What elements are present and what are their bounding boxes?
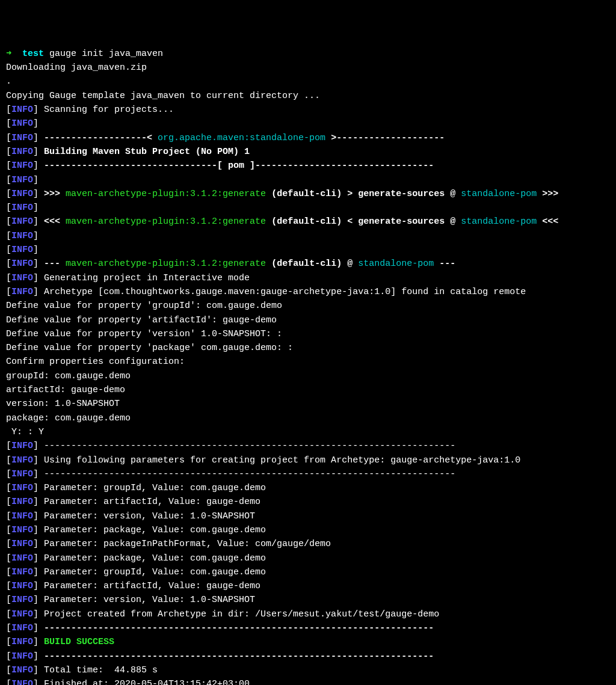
output-line: Confirm properties configuration:: [6, 357, 185, 367]
output-line: package: com.gauge.demo: [6, 413, 131, 423]
info-line: [INFO] Parameter: groupId, Value: com.ga…: [6, 483, 266, 493]
info-line: [INFO] Parameter: version, Value: 1.0-SN…: [6, 511, 255, 521]
info-line: [INFO] Parameter: package, Value: com.ga…: [6, 525, 266, 535]
info-line: [INFO]: [6, 203, 38, 213]
info-line: [INFO] <<< maven-archetype-plugin:3.1.2:…: [6, 217, 558, 227]
info-line: [INFO] --- maven-archetype-plugin:3.1.2:…: [6, 259, 455, 269]
output-line: groupId: com.gauge.demo: [6, 371, 131, 381]
info-line: [INFO] -------------------< org.apache.m…: [6, 133, 445, 143]
info-line: [INFO]: [6, 175, 38, 185]
prompt-cwd: test: [22, 49, 44, 59]
info-line: [INFO] Parameter: artifactId, Value: gau…: [6, 497, 260, 507]
info-line: [INFO] Scanning for projects...: [6, 105, 174, 115]
build-success: BUILD SUCCESS: [44, 637, 114, 647]
output-line: Define value for property 'version' 1.0-…: [6, 329, 282, 339]
info-line: [INFO] Building Maven Stub Project (No P…: [6, 147, 250, 157]
output-line: Copying Gauge template java_maven to cur…: [6, 91, 320, 101]
info-line: [INFO]: [6, 231, 38, 241]
info-line: [INFO] Generating project in Interactive…: [6, 273, 250, 283]
output-line: Y: : Y: [6, 427, 44, 437]
terminal-output: ➜ test gauge init java_maven Downloading…: [6, 47, 610, 685]
info-line: [INFO] Archetype [com.thoughtworks.gauge…: [6, 287, 526, 297]
info-line: [INFO] Parameter: version, Value: 1.0-SN…: [6, 595, 255, 605]
output-line: version: 1.0-SNAPSHOT: [6, 399, 120, 409]
info-line: [INFO] ---------------------------------…: [6, 469, 455, 479]
typed-command: gauge init java_maven: [49, 49, 163, 59]
info-line: [INFO] Finished at: 2020-05-04T13:15:42+…: [6, 679, 250, 685]
prompt-arrow: ➜: [6, 49, 11, 59]
info-line: [INFO] Parameter: groupId, Value: com.ga…: [6, 567, 266, 577]
info-line: [INFO] Total time: 44.885 s: [6, 665, 158, 675]
info-line: [INFO] >>> maven-archetype-plugin:3.1.2:…: [6, 189, 558, 199]
info-line: [INFO] Parameter: artifactId, Value: gau…: [6, 581, 260, 591]
info-line: [INFO] ---------------------------------…: [6, 623, 434, 633]
info-line: [INFO] Using following parameters for cr…: [6, 455, 520, 465]
output-line: Define value for property 'package' com.…: [6, 343, 293, 353]
info-line: [INFO]: [6, 245, 38, 255]
info-line: [INFO] ---------------------------------…: [6, 651, 434, 662]
output-line: Define value for property 'artifactId': …: [6, 315, 277, 325]
output-line: artifactId: gauge-demo: [6, 385, 125, 395]
info-line: [INFO] Parameter: packageInPathFormat, V…: [6, 539, 331, 549]
output-line: Define value for property 'groupId': com…: [6, 301, 282, 311]
output-line: Downloading java_maven.zip: [6, 63, 147, 73]
info-line: [INFO]: [6, 118, 38, 129]
info-line: [INFO] --------------------------------[…: [6, 161, 434, 171]
info-line: [INFO] BUILD SUCCESS: [6, 637, 114, 647]
info-line: [INFO] Project created from Archetype in…: [6, 609, 439, 619]
output-line: .: [6, 76, 11, 87]
info-line: [INFO] Parameter: package, Value: com.ga…: [6, 553, 266, 564]
prompt-line[interactable]: ➜ test gauge init java_maven: [6, 49, 163, 59]
info-line: [INFO] ---------------------------------…: [6, 441, 455, 451]
